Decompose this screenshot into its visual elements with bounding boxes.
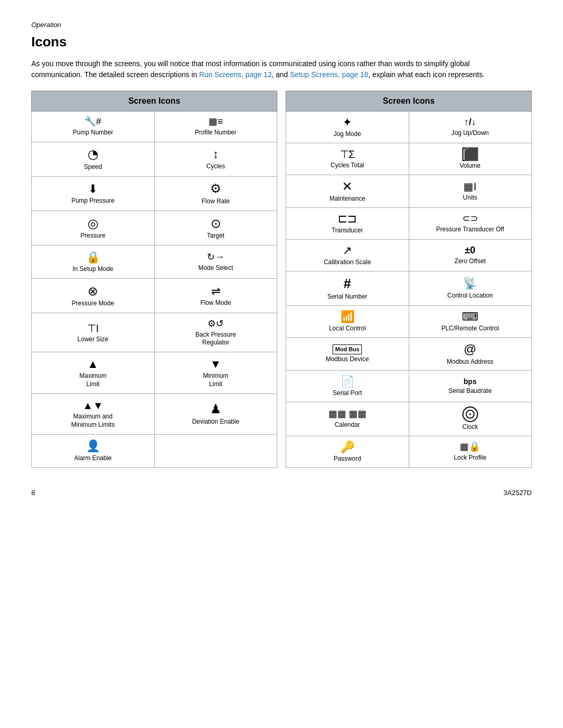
- icon-label-text: Control Location: [447, 292, 493, 300]
- table-cell: ⊙Target: [154, 211, 277, 245]
- icon-symbol: 👤: [86, 439, 100, 453]
- table-cell: [154, 434, 277, 467]
- page-title: Icons: [31, 34, 532, 50]
- icon-symbol: ↻→: [207, 252, 224, 263]
- icon-label-text: Local Control: [329, 325, 366, 333]
- setup-screens-link[interactable]: Setup Screens, page 16: [290, 70, 368, 79]
- table-cell: bpsSerial Baudrate: [409, 371, 532, 402]
- icon-cell-content: 👤Alarm Enable: [34, 439, 152, 462]
- icon-label-text: Pump Number: [73, 129, 113, 137]
- icon-label-text: Volume: [460, 162, 481, 170]
- icon-symbol: ✦: [342, 116, 352, 129]
- table-cell: ±0Zero Offset: [409, 239, 532, 271]
- icon-label-text: Serial Number: [327, 293, 368, 301]
- icon-symbol: ▦≡: [209, 116, 223, 128]
- icon-cell-content: ⌨PLC/Remote Control: [411, 310, 530, 333]
- icon-label-text: Pressure Transducer Off: [436, 226, 505, 234]
- run-screens-link[interactable]: Run Screens, page 12: [199, 70, 272, 79]
- icon-cell-content: ⊏⊐Transducer: [288, 212, 407, 235]
- table-cell: ▦▦ ▦▦Calendar: [286, 402, 409, 436]
- icon-label-text: Pump Pressure: [71, 197, 115, 205]
- icon-label-text: Clock: [462, 423, 478, 431]
- icon-label-text: Zero Offset: [455, 257, 486, 266]
- icon-cell-content: ⇌Flow Mode: [157, 285, 275, 307]
- icon-cell-content: ▦IUnits: [411, 180, 530, 202]
- icon-symbol: ⊙: [211, 216, 221, 231]
- icon-cell-content: ✦Jog Mode: [288, 116, 407, 139]
- table-cell: ⇌Flow Mode: [154, 279, 277, 313]
- left-icon-table: Screen Icons 🔧#Pump Number▦≡Profile Numb…: [31, 91, 277, 468]
- icon-cell-content: ⊙Clock: [411, 406, 530, 431]
- table-cell: ⊏⊐Transducer: [286, 207, 409, 239]
- icon-label-text: Flow Mode: [200, 299, 231, 307]
- icon-cell-content: ▲▼Maximum and Minimum Limits: [34, 399, 152, 429]
- table-cell: ✕Maintenance: [286, 175, 409, 207]
- icon-cell-content: ↗Calibration Scale: [288, 244, 407, 267]
- icon-symbol: ⌨: [462, 310, 479, 324]
- icon-cell-content: ▼Minimum Limit: [157, 357, 275, 389]
- icon-symbol: ▦🔒: [460, 441, 480, 453]
- icon-symbol: ⊙: [462, 406, 478, 422]
- icon-cell-content: ⊗Pressure Mode: [34, 284, 152, 308]
- table-cell: ◎Pressure: [32, 211, 155, 245]
- icon-symbol: 🔒: [86, 251, 100, 264]
- left-table-header: Screen Icons: [32, 91, 277, 112]
- table-cell: 👤Alarm Enable: [32, 434, 155, 467]
- table-cell: 🔑Password: [286, 436, 409, 467]
- icon-symbol: ◔: [88, 147, 99, 162]
- icon-symbol: ⊤I: [87, 322, 99, 335]
- footer-document-id: 3A2527D: [504, 489, 532, 497]
- icon-cell-content: 📄Serial Port: [288, 375, 407, 398]
- tables-container: Screen Icons 🔧#Pump Number▦≡Profile Numb…: [31, 91, 532, 468]
- icon-symbol: ▼: [210, 357, 222, 371]
- icon-label-text: Serial Baudrate: [448, 387, 492, 396]
- icon-symbol: ⬛: [462, 147, 478, 161]
- icon-cell-content: Mod BusModbus Device: [288, 344, 407, 364]
- icon-label-text: Pressure: [80, 232, 105, 240]
- icon-cell-content: ◎Pressure: [34, 216, 152, 240]
- icon-label-text: Units: [463, 194, 477, 202]
- table-cell: ⊤ΣCycles Total: [286, 143, 409, 175]
- table-cell: ▦IUnits: [409, 175, 532, 207]
- icon-cell-content: ⊤ΣCycles Total: [288, 148, 407, 170]
- icon-symbol: 📶: [340, 310, 354, 324]
- table-cell: ⬛Volume: [409, 143, 532, 175]
- table-cell: ↑/↓Jog Up/Down: [409, 112, 532, 143]
- table-cell: ✦Jog Mode: [286, 112, 409, 143]
- icon-label-text: Lower Size: [78, 336, 108, 344]
- icon-label-text: Minimum Limit: [203, 372, 228, 388]
- icon-symbol: ▦I: [463, 180, 476, 193]
- table-cell: ⊤ILower Size: [32, 313, 155, 352]
- table-cell: ⊗Pressure Mode: [32, 279, 155, 313]
- icon-label-text: Deviation Enable: [192, 418, 239, 426]
- icon-label-text: Pressure Mode: [72, 300, 114, 308]
- icon-cell-content: ↻→Mode Select: [157, 252, 275, 272]
- icon-label-text: Profile Number: [195, 129, 237, 137]
- icon-label-text: Calibration Scale: [324, 258, 371, 267]
- icon-label-text: Transducer: [332, 227, 363, 235]
- footer: 8 3A2527D: [31, 489, 532, 497]
- icon-symbol: 📡: [463, 277, 477, 290]
- right-icon-table: Screen Icons ✦Jog Mode↑/↓Jog Up/Down⊤ΣCy…: [286, 91, 532, 468]
- icon-cell-content: ⬛Volume: [411, 147, 530, 170]
- icon-cell-content: 🔒In Setup Mode: [34, 251, 152, 274]
- table-cell: 🔧#Pump Number: [32, 112, 155, 142]
- icon-cell-content: @Modbus Address: [411, 342, 530, 366]
- icon-cell-content: 🔑Password: [288, 440, 407, 463]
- icon-label-text: PLC/Remote Control: [441, 325, 499, 333]
- icon-cell-content: ▲Maximum Limit: [34, 357, 152, 389]
- icon-label-text: Alarm Enable: [74, 454, 112, 463]
- icon-label-text: In Setup Mode: [72, 265, 113, 274]
- table-cell: ▼Minimum Limit: [154, 352, 277, 394]
- icon-label-text: Back Pressure Regulator: [195, 331, 236, 347]
- table-cell: ▦≡Profile Number: [154, 112, 277, 142]
- icon-cell-content: ▦🔒Lock Profile: [411, 441, 530, 462]
- icon-label-text: Jog Up/Down: [451, 129, 489, 138]
- icon-symbol: ✕: [342, 179, 352, 194]
- icon-label-text: Modbus Device: [326, 355, 369, 364]
- icon-symbol: ⬇: [88, 182, 97, 196]
- icon-cell-content: ◔Speed: [34, 147, 152, 171]
- icon-cell-content: ⊙Target: [157, 216, 275, 240]
- icon-symbol: ↕: [213, 147, 218, 161]
- table-cell: ▲Maximum Limit: [32, 352, 155, 394]
